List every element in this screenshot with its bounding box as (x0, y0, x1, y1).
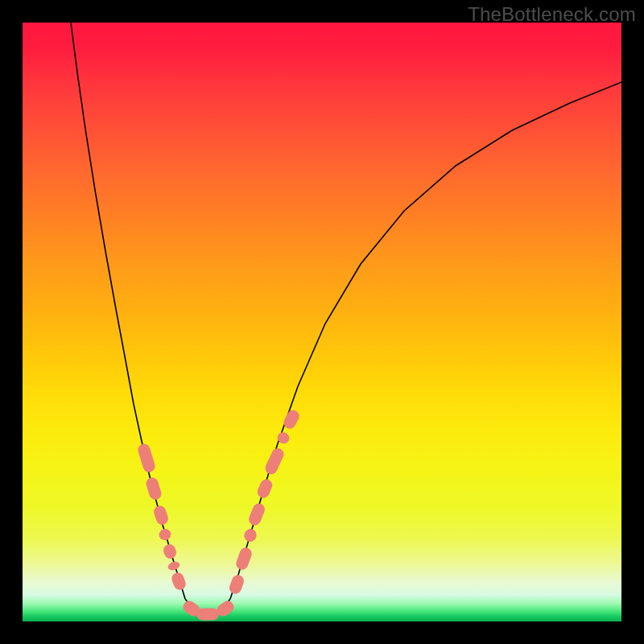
bead (247, 502, 266, 527)
svg-rect-10 (228, 573, 246, 596)
curve-right-branch (230, 82, 621, 599)
bead (234, 546, 254, 571)
svg-rect-17 (282, 408, 302, 431)
svg-rect-2 (152, 504, 170, 526)
bead (263, 446, 286, 476)
svg-rect-4 (162, 543, 178, 560)
bead (145, 476, 163, 501)
svg-rect-0 (137, 443, 157, 474)
bead (242, 527, 258, 543)
bead (137, 443, 157, 474)
curve-left-branch (71, 23, 185, 599)
bead (196, 609, 219, 621)
svg-rect-3 (158, 527, 173, 542)
bead (152, 504, 170, 526)
bead (255, 477, 274, 500)
bead (228, 573, 246, 596)
bead (170, 571, 188, 592)
svg-rect-1 (145, 476, 163, 501)
bead (167, 560, 180, 572)
svg-rect-15 (263, 446, 286, 476)
bead (162, 543, 178, 560)
svg-rect-12 (242, 527, 258, 543)
bead (282, 408, 302, 431)
plot-area (23, 23, 621, 621)
bead-group (137, 408, 302, 621)
svg-rect-11 (234, 546, 254, 571)
chart-svg (23, 23, 621, 621)
svg-rect-14 (255, 477, 274, 500)
svg-rect-13 (247, 502, 266, 527)
svg-rect-8 (196, 609, 219, 621)
watermark-text: TheBottleneck.com (468, 3, 636, 26)
curve-group (71, 23, 621, 614)
outer-frame: TheBottleneck.com (0, 0, 644, 644)
bead (158, 527, 173, 542)
svg-rect-5 (167, 560, 180, 572)
svg-rect-6 (170, 571, 188, 592)
